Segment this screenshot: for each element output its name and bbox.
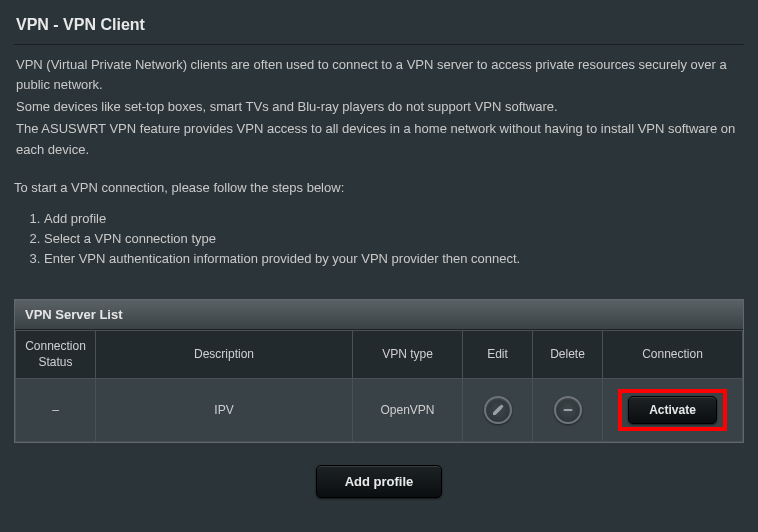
cell-description: IPV	[96, 379, 353, 442]
intro-p1: VPN (Virtual Private Network) clients ar…	[16, 55, 742, 95]
col-header-vpntype: VPN type	[353, 331, 463, 379]
intro-text: VPN (Virtual Private Network) clients ar…	[14, 55, 744, 160]
col-header-delete: Delete	[533, 331, 603, 379]
activate-button[interactable]: Activate	[628, 396, 717, 424]
steps-list: Add profile Select a VPN connection type…	[44, 209, 744, 269]
cell-delete	[533, 379, 603, 442]
intro-p3: The ASUSWRT VPN feature provides VPN acc…	[16, 119, 742, 159]
cell-vpntype: OpenVPN	[353, 379, 463, 442]
step-item: Select a VPN connection type	[44, 229, 744, 249]
vpn-table: Connection Status Description VPN type E…	[15, 330, 743, 442]
step-item: Add profile	[44, 209, 744, 229]
edit-button[interactable]	[484, 396, 512, 424]
col-header-status: Connection Status	[16, 331, 96, 379]
table-row: – IPV OpenVPN	[16, 379, 743, 442]
cell-edit	[463, 379, 533, 442]
page-title: VPN - VPN Client	[14, 10, 744, 44]
panel-header: VPN Server List	[15, 300, 743, 330]
step-item: Enter VPN authentication information pro…	[44, 249, 744, 269]
vpn-server-panel: VPN Server List Connection Status Descri…	[14, 299, 744, 443]
col-header-edit: Edit	[463, 331, 533, 379]
steps-lead: To start a VPN connection, please follow…	[14, 180, 744, 195]
delete-button[interactable]	[554, 396, 582, 424]
svg-rect-1	[563, 409, 572, 411]
col-header-description: Description	[96, 331, 353, 379]
minus-icon	[561, 403, 575, 417]
add-profile-button[interactable]: Add profile	[316, 465, 443, 498]
divider	[14, 44, 744, 45]
cell-connection: Activate	[603, 379, 743, 442]
pencil-icon	[491, 403, 505, 417]
cell-status: –	[16, 379, 96, 442]
highlight-activate: Activate	[618, 389, 727, 431]
intro-p2: Some devices like set-top boxes, smart T…	[16, 97, 742, 117]
col-header-connection: Connection	[603, 331, 743, 379]
footer-actions: Add profile	[14, 465, 744, 498]
